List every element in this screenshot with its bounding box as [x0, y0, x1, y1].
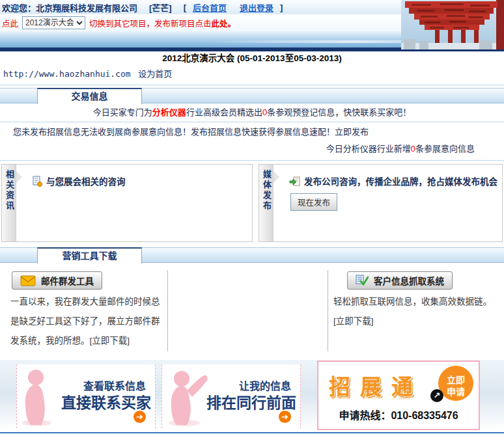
tools-section: 邮件群发工具 一直以来，我在群发大量邮件的时候总是缺乏好工具这下好了，展立方邮件… [0, 264, 504, 355]
capture-check-icon [356, 275, 369, 286]
arrow-circle-icon: ➔ [279, 411, 291, 423]
intents-text-post: 条参展意向信息 [415, 144, 475, 154]
email-download-link[interactable]: [立即下载] [90, 336, 130, 346]
media-publish-text: 发布公司咨询，传播企业品牌，抢占媒体发布机会 [304, 174, 497, 187]
industry-name: 分析仪器 [152, 107, 186, 117]
crawler-tool-desc: 轻松抓取互联网信息，收集高效数据链。[立即下载] [333, 292, 496, 331]
related-consult-text[interactable]: 与您展会相关的咨询 [46, 174, 126, 187]
publish-icon [289, 176, 301, 187]
media-publish-label: 媒体发布 [259, 165, 273, 241]
hint-period: 。 [228, 17, 236, 29]
new-intents-row: 今日分析仪器行业新增0条参展意向信息 [0, 141, 504, 157]
buyers-info-row: 今日买家专门为分析仪器行业高级会员精选出0条参观预登记信息，快快联系买家吧！ [0, 104, 504, 121]
publish-now-button[interactable]: 现在发布 [290, 193, 337, 211]
divider-line [0, 160, 504, 161]
zhaozhantong-banner[interactable]: 招展通 招展通 立即 申请 ↗ 申请热线：010-68335476 [317, 361, 480, 430]
related-consult-item[interactable]: 与您展会相关的咨询 [32, 174, 126, 187]
event-title: 2012北京演示大会 (05-01-2013至05-03-2013) [0, 52, 504, 64]
logout-link[interactable]: 退出登录 [240, 1, 273, 14]
zhaozhantong-reflection: 招展通 [329, 396, 423, 406]
bracket-close: ] [280, 3, 283, 12]
buyers-text-pre: 今日买家专门为 [93, 107, 152, 117]
email-desc-text: 一直以来，我在群发大量邮件的时候总是缺乏好工具这下好了，展立方邮件群发系统，我的… [10, 297, 160, 346]
contact-buyers-banner[interactable]: 查看联系信息 直接联系买家 ➔ [16, 364, 156, 428]
set-homepage-link[interactable]: 设为首页 [138, 69, 172, 79]
person-waving-icon [165, 367, 212, 427]
crawler-download-link[interactable]: [立即下载] [333, 316, 374, 326]
apply-now-badge[interactable]: 立即 申请 [438, 366, 473, 401]
site-url[interactable]: http://www.haozhanhui.com [3, 69, 131, 79]
crawler-tool-label: 客户信息抓取系统 [374, 274, 444, 287]
person-icon [20, 367, 59, 427]
page-root: 欢迎您：北京翔展科技发展有限公司 [芒芒] [ 后台首页 退出登录 ] 点此 2… [0, 0, 504, 436]
bracket-open: [ [184, 3, 186, 12]
hotline-text: 申请热线：010-68335476 [318, 407, 479, 422]
here-link[interactable]: 此处 [212, 17, 228, 29]
china-pavilion-image [401, 0, 504, 51]
buyers-text-mid: 行业高级会员精选出 [186, 107, 262, 117]
email-tool-button[interactable]: 邮件群发工具 [12, 271, 102, 290]
column-divider [167, 270, 168, 351]
tab-trade-info[interactable]: 交易信息 [37, 88, 142, 104]
tab-marketing-tools[interactable]: 营销工具下载 [37, 247, 142, 264]
project-select[interactable]: 2012演示大会 [22, 16, 85, 29]
welcome-text: 欢迎您：北京翔展科技发展有限公司 [2, 1, 137, 14]
envelope-icon [20, 275, 36, 286]
banner-title: 直接联系买家 [61, 390, 151, 413]
banner-title: 排在同行前面 [206, 390, 296, 413]
tools-tabbar: 营销工具下载 [0, 247, 504, 263]
document-icon [32, 176, 43, 187]
trade-tabbar: 交易信息 [0, 88, 504, 103]
apply-arrow-icon: ↗ [430, 389, 443, 402]
rank-first-banner[interactable]: 让我的信息 排在同行前面 ➔ [161, 364, 301, 428]
arrow-circle-icon: ➔ [133, 411, 146, 423]
notice-row: 您未发布招展信息无法收到展商参展意向信息！发布招展信息快速获得参展信息速配！立即… [0, 124, 504, 141]
crawler-desc-text: 轻松抓取互联网信息，收集高效数据链。 [333, 297, 492, 307]
media-publish-item: 发布公司咨询，传播企业品牌，抢占媒体发布机会 [289, 174, 497, 187]
switch-hint: 切换到其它项目，发布新项目点击 [89, 17, 212, 29]
intents-text-pre: 今日分析仪器行业新增 [326, 144, 411, 154]
panel-notch [273, 171, 279, 183]
publish-now-link[interactable]: 立即发布 [335, 127, 369, 137]
email-tool-desc: 一直以来，我在群发大量邮件的时候总是缺乏好工具这下好了，展立方邮件群发系统，我的… [10, 292, 164, 351]
user-tag: [芒芒] [149, 1, 172, 14]
intent-count: 0 [411, 144, 415, 154]
badge-line2: 申请 [438, 386, 473, 398]
divider-line [0, 85, 504, 85]
site-url-row: http://www.haozhanhui.com 设为首页 [0, 65, 504, 83]
notice-text: 您未发布招展信息无法收到展商参展意向信息！发布招展信息快速获得参展信息速配！ [13, 127, 335, 137]
badge-line1: 立即 [438, 374, 473, 386]
promo-section: 查看联系信息 直接联系买家 ➔ 让我的信息 排在同行前面 ➔ 招展通 招展通 立… [0, 360, 504, 436]
column-divider [328, 270, 328, 351]
footer-divider [0, 432, 504, 433]
click-here-label: 点此 [2, 17, 18, 29]
related-info-label: 相关资讯 [2, 165, 16, 241]
backend-home-link[interactable]: 后台首页 [193, 1, 227, 14]
buyers-text-post: 条参观预登记信息，快快联系买家吧！ [267, 107, 411, 117]
media-publish-panel: 媒体发布 发布公司咨询，传播企业品牌，抢占媒体发布机会 现在发布 [259, 164, 503, 242]
related-info-panel: 相关资讯 与您展会相关的咨询 [1, 164, 253, 242]
crawler-tool-button[interactable]: 客户信息抓取系统 [347, 271, 453, 290]
panel-notch [16, 171, 22, 183]
divider-line [0, 122, 504, 122]
email-tool-label: 邮件群发工具 [41, 274, 94, 287]
